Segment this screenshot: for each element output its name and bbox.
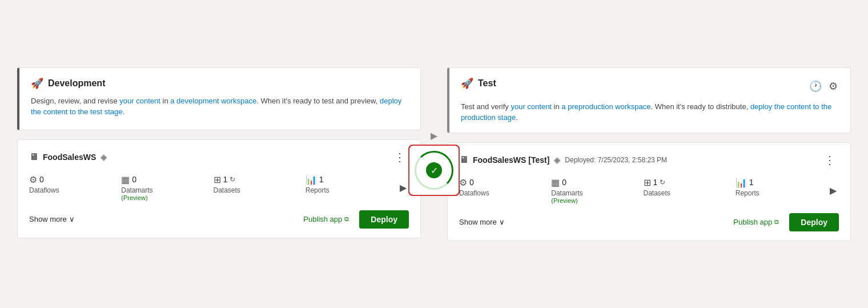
test-dataset-icon: ⊞ (644, 177, 651, 188)
deploy-animation-overlay: ✓ (408, 145, 460, 196)
test-diamond-icon: ◈ (554, 155, 560, 165)
test-publish-app-button[interactable]: Publish app ⧉ (728, 214, 785, 230)
development-title-text: Development (48, 78, 105, 89)
test-datamart-label: Datamarts (551, 189, 582, 197)
development-dataflows-cell: ⚙ 0 Dataflows (29, 174, 121, 194)
test-dataset-label: Datasets (644, 189, 670, 197)
test-datasets-cell: ⊞ 1 ↻ Datasets (644, 177, 736, 197)
test-workspace-card: 🖥 FoodSalesWS [Test] ◈ Deployed: 7/25/20… (447, 142, 851, 241)
development-actions: Publish app ⧉ Deploy (298, 210, 409, 229)
test-deploy-button[interactable]: Deploy (789, 213, 839, 231)
dataset-refresh-icon: ↻ (230, 175, 235, 183)
report-icon: 📊 (306, 174, 317, 185)
check-icon: ✓ (431, 165, 438, 176)
development-header: 🚀 Development Design, review, and revise… (17, 67, 421, 130)
test-dataflow-count: 0 (469, 178, 474, 187)
test-report-count: 1 (749, 178, 754, 187)
test-dataset-refresh-icon: ↻ (660, 178, 665, 186)
check-circle: ✓ (426, 162, 442, 178)
development-workspace-title: 🖥 FoodSalesWS ◈ (29, 152, 107, 162)
development-publish-app-button[interactable]: Publish app ⧉ (298, 211, 355, 227)
test-show-more-button[interactable]: Show more ∨ (459, 215, 505, 229)
deploy-label: Deploy (371, 215, 397, 224)
development-workspace-name: FoodSalesWS (43, 153, 96, 162)
spinner-container: ✓ (414, 150, 454, 190)
test-datamarts-cell: ▦ 0 Datamarts (Preview) (551, 177, 643, 204)
test-settings-button[interactable]: ⚙ (827, 79, 839, 94)
development-stage: 🚀 Development Design, review, and revise… (17, 67, 421, 238)
test-external-link-icon: ⧉ (774, 218, 779, 226)
dataflow-label: Dataflows (29, 186, 59, 194)
report-count: 1 (319, 175, 324, 184)
test-show-more-label: Show more (459, 218, 497, 226)
stage-arrow-container: ▶ ✓ (421, 67, 447, 182)
test-datamart-icon: ▦ (551, 177, 560, 188)
test-deployed-label: Deployed: 7/25/2023, 2:58:23 PM (565, 156, 667, 164)
datamart-sublabel: (Preview) (121, 194, 147, 201)
test-workspace-title: 🖥 FoodSalesWS [Test] ◈ Deployed: 7/25/20… (459, 155, 667, 165)
test-workspace-header: 🖥 FoodSalesWS [Test] ◈ Deployed: 7/25/20… (459, 152, 839, 168)
development-workspace-card: 🖥 FoodSalesWS ◈ ⋮ ⚙ 0 Dataflows ▦ (17, 139, 421, 238)
test-dataflow-label: Dataflows (459, 189, 489, 197)
test-datamart-count: 0 (562, 178, 566, 187)
test-items-grid: ⚙ 0 Dataflows ▦ 0 Datamarts (Preview) ⊞ (459, 177, 839, 204)
pipeline-container: 🚀 Development Design, review, and revise… (17, 67, 851, 241)
test-datamart-sublabel: (Preview) (551, 197, 577, 204)
arrow-right-icon: ▶ (431, 130, 437, 141)
test-scroll-right-button[interactable]: ▶ (827, 183, 839, 198)
test-deploy-label: Deploy (801, 218, 827, 227)
test-workspace-name: FoodSalesWS [Test] (473, 155, 549, 165)
development-title: 🚀 Development (31, 77, 409, 90)
test-description: Test and verify your content in a prepro… (461, 101, 839, 123)
development-reports-cell: 📊 1 Reports (306, 174, 397, 194)
development-description: Design, review, and revise your content … (31, 95, 409, 118)
test-report-icon: 📊 (736, 177, 747, 188)
development-icon: 🚀 (31, 77, 43, 90)
test-history-button[interactable]: 🕐 (808, 79, 823, 94)
development-scroll-right-button[interactable]: ▶ (397, 180, 409, 195)
test-header-top: 🚀 Test 🕐 ⚙ (461, 77, 839, 95)
dataset-label: Datasets (214, 186, 240, 194)
datamart-label: Datamarts (121, 186, 152, 194)
show-more-label: Show more (29, 215, 67, 223)
test-stage: 🚀 Test 🕐 ⚙ Test and verify your content … (447, 67, 851, 241)
dataset-count: 1 (223, 175, 228, 184)
test-dataflows-cell: ⚙ 0 Dataflows (459, 177, 551, 197)
deploy-animation-box: ✓ (408, 145, 460, 196)
test-dataset-count: 1 (653, 178, 658, 187)
development-show-more-button[interactable]: Show more ∨ (29, 213, 75, 226)
development-more-button[interactable]: ⋮ (391, 149, 409, 165)
test-actions: Publish app ⧉ Deploy (728, 213, 839, 231)
test-workspace-icon: 🖥 (459, 155, 468, 165)
test-header: 🚀 Test 🕐 ⚙ Test and verify your content … (447, 67, 851, 133)
report-label: Reports (306, 186, 329, 194)
chevron-down-icon: ∨ (69, 215, 75, 223)
diamond-icon: ◈ (101, 153, 107, 162)
development-items-grid: ⚙ 0 Dataflows ▦ 0 Datamarts (Preview) ⊞ (29, 174, 409, 201)
dataflow-icon: ⚙ (29, 174, 37, 185)
workspace-icon: 🖥 (29, 152, 38, 162)
publish-app-label: Publish app (303, 215, 342, 223)
test-icon: 🚀 (461, 77, 473, 90)
test-report-label: Reports (736, 189, 760, 197)
test-reports-cell: 📊 1 Reports (736, 177, 827, 197)
datamart-count: 0 (132, 175, 136, 184)
test-title: 🚀 Test (461, 77, 496, 90)
dataset-icon: ⊞ (214, 174, 221, 185)
dataflow-count: 0 (39, 175, 44, 184)
test-header-icons: 🕐 ⚙ (808, 79, 839, 94)
development-datasets-cell: ⊞ 1 ↻ Datasets (214, 174, 306, 194)
test-chevron-down-icon: ∨ (499, 218, 505, 226)
test-publish-app-label: Publish app (733, 218, 772, 226)
development-workspace-footer: Show more ∨ Publish app ⧉ Deploy (29, 210, 409, 229)
external-link-icon: ⧉ (344, 215, 349, 223)
test-workspace-footer: Show more ∨ Publish app ⧉ Deploy (459, 213, 839, 231)
test-title-text: Test (478, 78, 496, 89)
development-deploy-button[interactable]: Deploy (359, 210, 409, 229)
test-more-button[interactable]: ⋮ (821, 152, 839, 168)
development-workspace-header: 🖥 FoodSalesWS ◈ ⋮ (29, 149, 409, 165)
test-dataflow-icon: ⚙ (459, 177, 467, 188)
development-datamarts-cell: ▦ 0 Datamarts (Preview) (121, 174, 213, 201)
datamart-icon: ▦ (121, 174, 130, 185)
